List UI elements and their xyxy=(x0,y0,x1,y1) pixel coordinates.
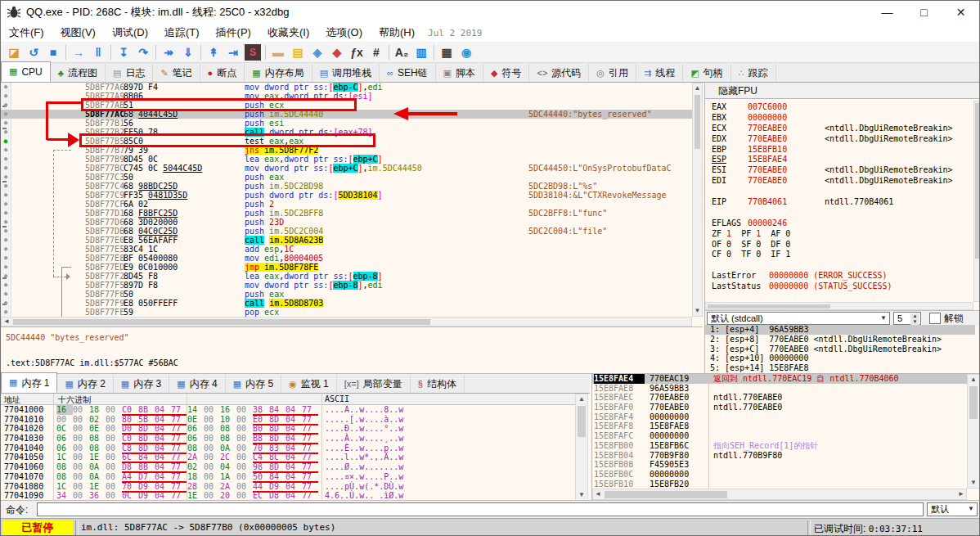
dump-row[interactable]: 7704104006000800C88D047708000A0070830477… xyxy=(1,444,575,453)
string-references-icon[interactable]: A₂ xyxy=(392,43,411,61)
argument-row[interactable]: 2: [esp+8] 770EABE0 <ntdll.DbgUiRemoteBr… xyxy=(705,335,975,345)
dump-row[interactable]: 7704101000000200805B04770E001000E08D0477… xyxy=(1,415,575,425)
register-row[interactable]: EFLAGS00000246 xyxy=(705,218,972,229)
menu-item[interactable]: 文件(F) xyxy=(1,24,52,42)
stack-row[interactable]: 15E8FAF0770EABE0ntdll.770EABE0 xyxy=(592,403,967,412)
argument-row[interactable]: 5: [esp+14] 15E8FAE8 xyxy=(705,363,975,373)
argument-row[interactable]: 1: [esp+4] 96A59BB3 xyxy=(705,325,975,335)
dump-row[interactable]: 770410801C001E0070D9047728002A0044D90477… xyxy=(1,482,575,492)
stack-row[interactable]: 15E8FAEC770EABE0ntdll.770EABE0 xyxy=(592,393,967,403)
stack-row[interactable]: 15E8FAF815E8FAE8 xyxy=(592,421,967,431)
open-file-icon[interactable]: ◪ xyxy=(4,43,24,61)
register-row[interactable]: EAX007C6000 xyxy=(705,102,972,113)
tab-trace[interactable]: ∴跟踪 xyxy=(731,64,776,82)
assemble-fx-icon[interactable]: ƒx xyxy=(347,43,366,61)
calling-convention-select[interactable]: 默认 (stdcall) ▼ xyxy=(707,312,890,325)
calculator-icon[interactable]: ▦ xyxy=(437,43,456,61)
tab-dump-5[interactable]: ▦内存 5 xyxy=(226,375,281,393)
stack-row[interactable]: 15E8FB0C00000000 xyxy=(592,470,967,480)
patch-icon[interactable]: ▬ xyxy=(268,43,288,61)
disasm-row[interactable]: ●5D8F77FE59pop ecx xyxy=(1,308,692,317)
stack-row[interactable]: 15E8FB1015E8FB20 xyxy=(592,480,967,489)
disasm-row[interactable]: ●5D8F77F5897D F8mov dword ptr ss:[ebp-8]… xyxy=(1,281,692,290)
execute-till-return-icon[interactable]: ↟ xyxy=(204,43,223,61)
disasm-row[interactable]: ●5D8F77C468 98BDC25Dpush im.5DC2BD985DC2… xyxy=(1,182,692,191)
command-input[interactable] xyxy=(37,502,924,516)
register-row[interactable]: LastStatus00000000 (STATUS_SUCCESS) xyxy=(705,282,972,292)
tab-watch-1[interactable]: ◉监视 1 xyxy=(281,375,337,393)
unlock-checkbox[interactable] xyxy=(929,313,941,324)
disasm-row[interactable]: ●5D8F77B156push esi xyxy=(1,119,692,128)
dump-row[interactable]: 7704103006000800C08D047706000800B88D0477… xyxy=(1,434,575,444)
disasm-row[interactable]: ●5D8F77B98D45 0Clea eax,dword ptr ss:[eb… xyxy=(1,155,692,164)
pause-icon[interactable]: ‖ xyxy=(88,43,108,61)
register-row[interactable]: EBX00000000 xyxy=(705,113,972,124)
scylla-icon[interactable]: S xyxy=(245,44,261,61)
dump-row[interactable]: 7704107008000A00A4D7047718001A0050840477… xyxy=(1,472,575,482)
register-row[interactable]: ECX770EABE0<ntdll.DbgUiRemoteBreakin> xyxy=(705,124,972,134)
register-row[interactable]: OF 0 SF 0 DF 0 xyxy=(705,240,972,250)
tab-cpu[interactable]: ▦CPU xyxy=(1,61,51,82)
comment-icon[interactable]: ▤ xyxy=(288,43,308,61)
bookmark-icon[interactable]: ◆ xyxy=(327,43,347,61)
disasm-hscrollbar[interactable]: ◄ xyxy=(1,317,692,327)
tab-call-stack[interactable]: ▤调用堆栈 xyxy=(312,64,380,82)
tab-threads[interactable]: ⇉线程 xyxy=(636,64,683,82)
disasm-row[interactable]: ●5D8F77F9E8 050FFEFFcall im.5D8D8703 xyxy=(1,299,692,308)
registers-hscrollbar[interactable] xyxy=(705,302,973,310)
stepper-up-icon[interactable]: ▲ xyxy=(910,313,919,319)
tab-seh[interactable]: ∞SEH链 xyxy=(380,64,436,82)
disasm-row[interactable]: ●5D8F77A6897D F4mov dword ptr ss:[ebp-C]… xyxy=(1,83,692,92)
registers-vscrollbar[interactable] xyxy=(973,101,980,302)
menu-item[interactable]: 帮助(H) xyxy=(371,24,423,42)
stack-row[interactable]: 15E8FAE4770EAC19返回到 ntdll.770EAC19 自 ntd… xyxy=(592,374,967,384)
tab-log[interactable]: ▤日志 xyxy=(106,64,153,82)
tab-graph[interactable]: ♣流程图 xyxy=(51,64,106,82)
stack-row[interactable]: 15E8FB08F45905E3 xyxy=(592,460,967,470)
stop-icon[interactable]: ■ xyxy=(43,43,63,61)
globe-icon[interactable]: ◉ xyxy=(456,43,476,61)
trace-over-icon[interactable]: ⇓ xyxy=(178,43,198,61)
register-row[interactable]: EDX770EABE0<ntdll.DbgUiRemoteBreakin> xyxy=(705,134,972,145)
dump-vscrollbar[interactable]: ▲ ▼ xyxy=(575,394,588,501)
register-row[interactable]: EIP770B4061ntdll.770B4061 xyxy=(705,197,972,208)
tab-notes[interactable]: ✎笔记 xyxy=(153,64,200,82)
register-gap[interactable] xyxy=(705,208,972,218)
register-gap[interactable] xyxy=(705,292,972,303)
tab-dump-3[interactable]: ▦内存 3 xyxy=(114,375,169,393)
stepper-down-icon[interactable]: ▼ xyxy=(910,319,919,325)
menu-item[interactable]: 插件(P) xyxy=(208,24,259,42)
tab-struct[interactable]: §结构体 xyxy=(411,375,465,393)
menu-item[interactable]: 选项(O) xyxy=(317,24,371,42)
disasm-row[interactable]: ●5D8F77EDˇE9 0C010000jmp im.5D8F78FE xyxy=(1,263,692,272)
register-row[interactable]: LastError00000000 (ERROR_SUCCESS) xyxy=(705,271,972,282)
register-gap[interactable] xyxy=(705,187,972,197)
tab-symbols[interactable]: ◆符号 xyxy=(483,64,529,82)
menu-item[interactable]: 调试(D) xyxy=(104,24,156,42)
disasm-row[interactable]: ●5D8F77F28D45 F8lea eax,dword ptr ss:[eb… xyxy=(1,272,692,281)
dump-row[interactable]: 7704106008000A00D88B047702000400988D0477… xyxy=(1,462,575,472)
disasm-row[interactable]: ●5D8F77F850push eax xyxy=(1,290,692,299)
menu-item[interactable]: 追踪(T) xyxy=(156,24,208,42)
disasm-vscrollbar[interactable]: ▲ ▼ xyxy=(692,83,703,317)
disasm-row[interactable]: ●5D8F77E583C4 1Cadd esp,1C xyxy=(1,245,692,254)
label-icon[interactable]: ◈ xyxy=(308,43,327,61)
argument-row[interactable]: 4: [esp+10] 00000000 xyxy=(705,354,975,363)
stack-hscrollbar[interactable]: ◄ ► xyxy=(592,489,967,500)
arg-count-stepper[interactable]: 5 ▲ ▼ xyxy=(893,312,921,325)
restart-icon[interactable]: ↺ xyxy=(24,43,43,61)
disasm-row[interactable]: ●5D8F77D668 3D020000push 23D xyxy=(1,218,692,227)
hide-fpu-button[interactable]: 隐藏FPU xyxy=(705,83,980,99)
tab-locals[interactable]: [x=]局部变量 xyxy=(337,375,411,393)
close-button[interactable]: ✕ xyxy=(942,2,979,23)
register-row[interactable]: EDI770EABE0<ntdll.DbgUiRemoteBreakin> xyxy=(705,176,972,187)
disasm-row[interactable]: ●5D8F77BCC745 0C 5044C45Dmov dword ptr s… xyxy=(1,164,692,173)
menu-item[interactable]: 视图(V) xyxy=(52,24,104,42)
tab-dump-1[interactable]: ▦内存 1 xyxy=(1,372,57,393)
stack-row[interactable]: 15E8FB0015E8FB6C指向SEH_Record[1]的指针 xyxy=(592,441,967,451)
stack-row[interactable]: 15E8FAF400000000 xyxy=(592,412,967,422)
register-row[interactable]: EBP15E8FB10 xyxy=(705,145,972,155)
step-into-icon[interactable]: ↧ xyxy=(114,43,133,61)
dump-row[interactable]: 770410501C001E006C8404772A002C00C48C0477… xyxy=(1,453,575,462)
disasm-row[interactable]: ●5D8F77DB68 04C0C25Dpush im.5DC2C0045DC2… xyxy=(1,227,692,236)
